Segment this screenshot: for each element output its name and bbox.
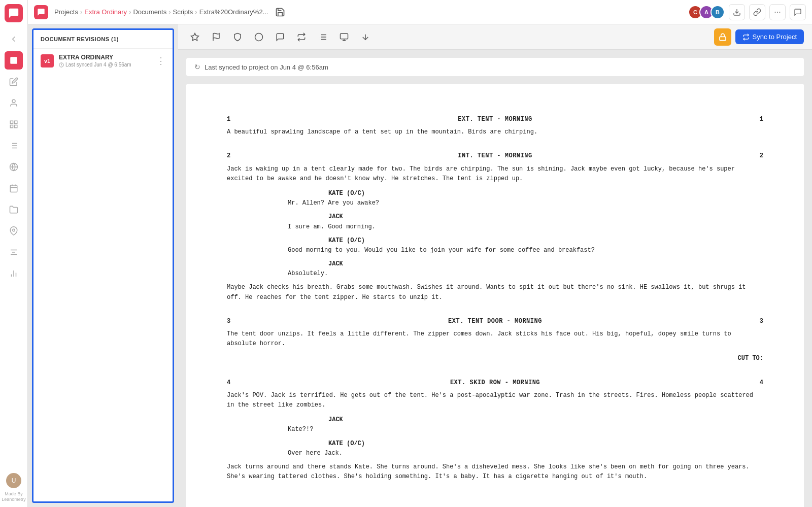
topnav-actions: C A B ··· <box>688 4 806 20</box>
sidebar: U Made ByLeanometry <box>0 0 28 507</box>
character-jack-1: JACK <box>328 212 763 222</box>
user-avatar[interactable]: U <box>6 473 21 488</box>
scene-2-heading: INT. TENT - MORNING <box>458 151 532 161</box>
revisions-panel: DOCUMENT REVISIONS (1) v1 EXTRA ORDINARY… <box>32 28 174 503</box>
breadcrumb-documents[interactable]: Documents <box>133 8 166 16</box>
toolbar-list-icon[interactable] <box>314 28 331 46</box>
scene-3-transition: CUT TO: <box>227 354 763 363</box>
sidebar-item-reports[interactable] <box>5 264 23 283</box>
dialogue-jack-3: JACK Kate?!? <box>227 415 763 434</box>
scene-1: 1 EXT. TENT - MORNING 1 A beautiful spra… <box>227 115 763 137</box>
scene-4-heading: EXT. SKID ROW - MORNING <box>450 378 540 388</box>
dialogue-jack-2-line: Absolutely. <box>288 269 702 279</box>
sidebar-item-edit[interactable] <box>5 73 23 91</box>
breadcrumb-scripts[interactable]: Scripts <box>173 8 193 16</box>
svg-rect-3 <box>15 121 17 123</box>
collaborators: C A B <box>688 5 725 19</box>
scene-1-header: 1 EXT. TENT - MORNING 1 <box>227 115 763 124</box>
svg-point-29 <box>255 33 263 41</box>
scene-3-number: 3 <box>227 317 230 326</box>
comment-button[interactable] <box>790 4 806 20</box>
toolbar-loop-icon[interactable] <box>293 28 310 46</box>
toolbar: Sync to Project <box>178 24 812 50</box>
toolbar-comment-icon[interactable] <box>272 28 289 46</box>
toolbar-flag-icon[interactable] <box>208 28 225 46</box>
revision-info: EXTRA ORDINARY Last synced Jun 4 @ 6:56a… <box>59 54 151 67</box>
dialogue-kate-1: KATE (O/C) Mr. Allen? Are you awake? <box>227 189 763 208</box>
sidebar-item-scenes[interactable] <box>5 137 23 155</box>
character-jack-3: JACK <box>328 415 763 425</box>
character-jack-2: JACK <box>328 259 763 269</box>
toolbar-shield-icon[interactable] <box>229 28 246 46</box>
svg-rect-2 <box>10 121 13 123</box>
scene-4: 4 EXT. SKID ROW - MORNING 4 Jack's POV. … <box>227 378 763 482</box>
dialogue-kate-2-line: Good morning to you. Would you like to j… <box>288 246 702 255</box>
dialogue-kate-1-line: Mr. Allen? Are you awake? <box>288 198 702 208</box>
scene-2-header: 2 INT. TENT - MORNING 2 <box>227 151 763 161</box>
breadcrumb-projects[interactable]: Projects <box>54 8 78 16</box>
scene-3-header: 3 EXT. TENT DOOR - MORNING 3 <box>227 317 763 326</box>
breadcrumb: Projects › Extra Ordinary › Documents › … <box>54 8 268 16</box>
lock-button[interactable] <box>714 28 731 46</box>
export-button[interactable] <box>729 4 745 20</box>
revision-title: EXTRA ORDINARY <box>59 54 151 61</box>
made-by-label: Made ByLeanometry <box>2 491 26 503</box>
sidebar-item-breakdown[interactable] <box>5 158 23 176</box>
more-button[interactable]: ··· <box>769 4 786 20</box>
topnav: Projects › Extra Ordinary › Documents › … <box>28 0 812 24</box>
scene-2-number: 2 <box>227 151 230 161</box>
sidebar-item-script[interactable] <box>5 51 23 70</box>
svg-point-18 <box>13 229 15 231</box>
sidebar-item-location[interactable] <box>5 222 23 240</box>
dialogue-jack-3-line: Kate?!? <box>288 425 702 434</box>
sidebar-item-calendar[interactable] <box>5 179 23 197</box>
scene-4-number: 4 <box>227 378 230 388</box>
sync-notice-icon: ↻ <box>194 63 200 71</box>
scene-2-action2: Maybe Jack checks his breath. Grabs some… <box>227 283 763 302</box>
sync-notice: ↻ Last synced to project on Jun 4 @ 6:56… <box>186 58 804 76</box>
breadcrumb-file[interactable]: Extra%20Ordinary%2... <box>199 8 268 16</box>
character-kate-1: KATE (O/C) <box>328 189 763 198</box>
breadcrumb-project[interactable]: Extra Ordinary <box>84 8 127 16</box>
svg-rect-36 <box>341 33 348 39</box>
link-button[interactable] <box>749 4 765 20</box>
svg-rect-5 <box>15 125 17 128</box>
scene-1-number: 1 <box>227 115 230 124</box>
dialogue-jack-2: JACK Absolutely. <box>227 259 763 279</box>
sync-notice-text: Last synced to project on Jun 4 @ 6:56am <box>205 63 328 71</box>
svg-rect-14 <box>10 185 17 192</box>
scene-2-number-right: 2 <box>760 151 763 161</box>
sidebar-item-characters[interactable] <box>5 94 23 112</box>
sync-button[interactable]: Sync to Project <box>735 29 804 44</box>
save-icon[interactable] <box>272 4 288 20</box>
script-page[interactable]: 1 EXT. TENT - MORNING 1 A beautiful spra… <box>186 84 804 507</box>
sidebar-item-settings[interactable] <box>5 243 23 261</box>
toolbar-circle-icon[interactable] <box>250 28 267 46</box>
sidebar-item-back[interactable] <box>5 30 23 48</box>
app-logo[interactable] <box>5 4 23 22</box>
scene-3: 3 EXT. TENT DOOR - MORNING 3 The tent do… <box>227 317 763 364</box>
revision-date: Last synced Jun 4 @ 6:56am <box>59 62 151 67</box>
dialogue-kate-3: KATE (O/C) Over here Jack. <box>227 439 763 458</box>
scene-2-action: Jack is waking up in a tent clearly made… <box>227 164 763 184</box>
svg-point-1 <box>12 99 15 103</box>
sidebar-item-boards[interactable] <box>5 115 23 133</box>
svg-marker-27 <box>191 33 199 40</box>
svg-rect-4 <box>10 125 13 128</box>
sidebar-item-folders[interactable] <box>5 200 23 219</box>
topnav-logo[interactable] <box>34 5 48 19</box>
script-content-wrapper[interactable]: ↻ Last synced to project on Jun 4 @ 6:56… <box>178 50 812 507</box>
scene-4-number-right: 4 <box>760 378 763 388</box>
dialogue-jack-1: JACK I sure am. Good morning. <box>227 212 763 231</box>
toolbar-sort-icon[interactable] <box>357 28 374 46</box>
scene-4-action: Jack's POV. Jack is terrified. He gets o… <box>227 391 763 410</box>
dialogue-kate-2: KATE (O/C) Good morning to you. Would yo… <box>227 236 763 255</box>
scene-1-heading: EXT. TENT - MORNING <box>458 115 532 124</box>
revision-item[interactable]: v1 EXTRA ORDINARY Last synced Jun 4 @ 6:… <box>33 49 173 73</box>
revision-more-button[interactable]: ⋮ <box>156 55 165 66</box>
toolbar-card-icon[interactable] <box>335 28 353 46</box>
scene-4-header: 4 EXT. SKID ROW - MORNING 4 <box>227 378 763 388</box>
toolbar-scene-icon[interactable] <box>186 28 204 46</box>
scene-3-number-right: 3 <box>760 317 763 326</box>
main-container: Projects › Extra Ordinary › Documents › … <box>28 0 812 507</box>
